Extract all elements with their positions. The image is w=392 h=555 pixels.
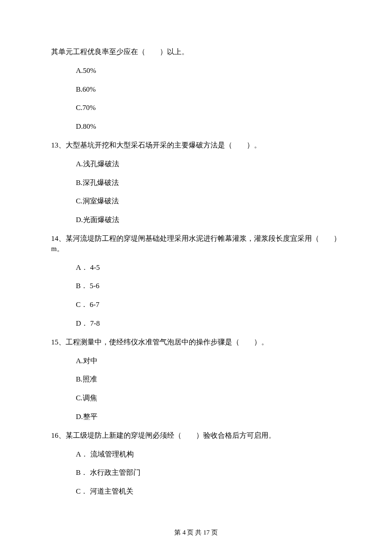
- q12-option-b: B.60%: [76, 84, 341, 95]
- q15-option-d: D.整平: [76, 412, 341, 422]
- q15-stem: 15、工程测量中，使经纬仪水准管气泡居中的操作步骤是（ ）。: [51, 337, 341, 347]
- q12-option-c: C.70%: [76, 103, 341, 113]
- q13-option-b: B.深孔爆破法: [76, 178, 341, 188]
- q12-option-d: D.80%: [76, 121, 341, 132]
- q14-option-c: C． 6-7: [76, 300, 341, 310]
- q16-option-b: B． 水行政主管部门: [76, 468, 341, 478]
- q13-option-c: C.洞室爆破法: [76, 196, 341, 206]
- q13-option-d: D.光面爆破法: [76, 215, 341, 225]
- q16-option-c: C． 河道主管机关: [76, 486, 341, 497]
- q13-option-a: A.浅孔爆破法: [76, 159, 341, 169]
- q12-option-a: A.50%: [76, 66, 341, 76]
- q16-stem: 16、某工级堤防上新建的穿堤闸必须经（ ）验收合格后方可启用。: [51, 431, 341, 441]
- q13-stem: 13、大型基坑开挖和大型采石场开采的主要爆破方法是（ ）。: [51, 140, 341, 150]
- q16-option-a: A． 流域管理机构: [76, 449, 341, 460]
- document-page: 其单元工程优良率至少应在（ ）以上。 A.50% B.60% C.70% D.8…: [0, 0, 392, 555]
- q14-option-d: D． 7-8: [76, 318, 341, 329]
- page-footer: 第 4 页 共 17 页: [0, 528, 392, 537]
- q14-option-a: A． 4-5: [76, 263, 341, 273]
- q15-option-a: A.对中: [76, 356, 341, 366]
- q15-option-c: C.调焦: [76, 393, 341, 403]
- q14-stem: 14、某河流堤防工程的穿堤闸基础处理采用水泥进行帷幕灌浆，灌浆段长度宜采用（ ）…: [51, 234, 341, 254]
- q15-option-b: B.照准: [76, 374, 341, 384]
- q14-option-b: B． 5-6: [76, 281, 341, 291]
- q12-stem-continued: 其单元工程优良率至少应在（ ）以上。: [51, 47, 341, 57]
